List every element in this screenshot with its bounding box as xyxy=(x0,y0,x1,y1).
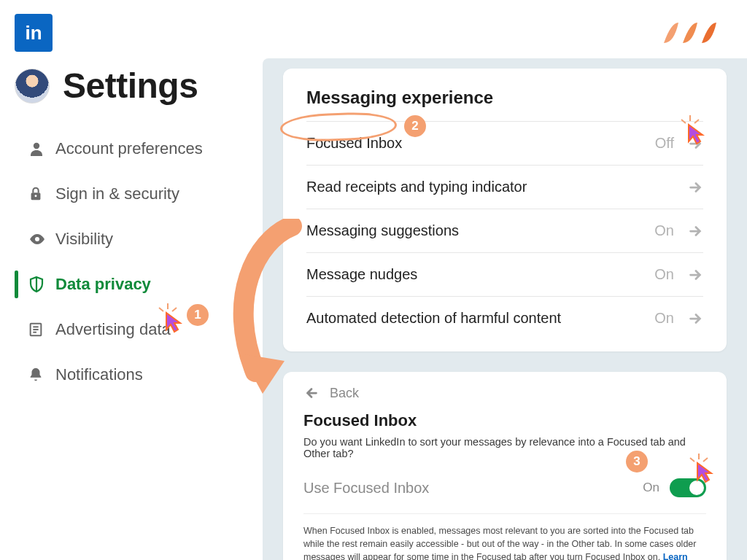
chevron-right-icon xyxy=(687,223,703,239)
chevron-right-icon xyxy=(687,311,703,327)
row-label: Automated detection of harmful content xyxy=(306,310,561,327)
toggle-label: Use Focused Inbox xyxy=(303,480,429,497)
row-message-nudges[interactable]: Message nudges On xyxy=(306,252,703,296)
page-title: Settings xyxy=(63,66,198,106)
detail-title: Focused Inbox xyxy=(303,411,706,430)
focused-inbox-toggle[interactable] xyxy=(670,478,706,497)
back-label: Back xyxy=(330,386,359,401)
sidebar-item-label: Sign in & security xyxy=(55,184,179,203)
person-icon xyxy=(28,140,55,158)
row-label: Read receipts and typing indicator xyxy=(306,179,527,195)
row-automated-detection[interactable]: Automated detection of harmful content O… xyxy=(306,296,703,340)
linkedin-logo[interactable]: in xyxy=(15,14,53,52)
arrow-left-icon xyxy=(303,385,320,401)
detail-note: When Focused Inbox is enabled, messages … xyxy=(303,513,706,560)
svg-point-0 xyxy=(34,143,39,149)
row-value: On xyxy=(654,310,674,327)
chevron-right-icon xyxy=(687,267,703,283)
sidebar-item-notifications[interactable]: Notifications xyxy=(15,352,263,397)
main-panel: Messaging experience Focused Inbox Off R… xyxy=(263,58,747,560)
document-icon xyxy=(28,321,55,338)
sidebar-item-label: Data privacy xyxy=(55,275,151,294)
messaging-experience-card: Messaging experience Focused Inbox Off R… xyxy=(283,69,727,351)
lock-icon xyxy=(28,185,55,203)
row-label: Message nudges xyxy=(306,266,417,283)
row-label: Focused Inbox xyxy=(306,135,402,152)
row-value: On xyxy=(654,266,674,283)
sidebar-item-label: Notifications xyxy=(55,365,143,384)
row-value: Off xyxy=(655,135,674,152)
shield-icon xyxy=(28,275,55,294)
focused-inbox-detail-card: Back Focused Inbox Do you want LinkedIn … xyxy=(283,372,727,560)
eye-icon xyxy=(28,230,55,248)
chevron-right-icon xyxy=(687,179,703,195)
row-label: Messaging suggestions xyxy=(306,222,459,239)
bell-icon xyxy=(28,366,55,384)
sidebar-item-sign-in-security[interactable]: Sign in & security xyxy=(15,171,263,217)
sidebar-item-account-preferences[interactable]: Account preferences xyxy=(15,126,263,171)
row-messaging-suggestions[interactable]: Messaging suggestions On xyxy=(306,209,703,252)
card-title: Messaging experience xyxy=(306,88,703,108)
sidebar-item-data-privacy[interactable]: Data privacy xyxy=(15,262,263,307)
row-focused-inbox[interactable]: Focused Inbox Off xyxy=(306,121,703,165)
sidebar-item-advertising-data[interactable]: Advertising data xyxy=(15,307,263,352)
sidebar-item-label: Visibility xyxy=(55,230,113,249)
settings-sidebar: Settings Account preferences Sign in & s… xyxy=(0,58,263,560)
sidebar-item-visibility[interactable]: Visibility xyxy=(15,217,263,262)
detail-subtitle: Do you want LinkedIn to sort your messag… xyxy=(303,436,706,459)
svg-point-2 xyxy=(35,195,37,197)
sidebar-item-label: Advertising data xyxy=(55,320,171,339)
row-value: On xyxy=(654,222,674,239)
sidebar-item-label: Account preferences xyxy=(55,139,203,158)
chevron-right-icon xyxy=(687,136,703,152)
svg-point-3 xyxy=(35,237,39,241)
brand-logo xyxy=(661,18,734,47)
row-read-receipts[interactable]: Read receipts and typing indicator xyxy=(306,165,703,209)
avatar[interactable] xyxy=(15,69,50,104)
back-button[interactable]: Back xyxy=(303,385,706,401)
toggle-state: On xyxy=(643,481,659,495)
